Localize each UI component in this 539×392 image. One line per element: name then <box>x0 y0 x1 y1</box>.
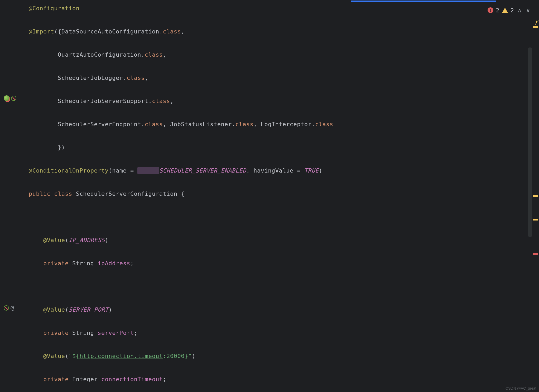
kw: private <box>43 260 69 267</box>
kw: private <box>43 330 69 336</box>
kw: class <box>145 51 163 58</box>
type: String <box>72 330 94 336</box>
kw: class <box>152 98 170 104</box>
gutter-bean-icons[interactable] <box>4 95 22 101</box>
string: "${ <box>69 353 79 359</box>
annotation: @Value <box>43 237 65 243</box>
gutter[interactable]: @ <box>0 0 25 392</box>
classname: SchedulerServerConfiguration { <box>76 190 185 197</box>
annotation: @Value <box>43 306 65 313</box>
error-stripe[interactable] <box>534 0 539 392</box>
code-text: }) <box>58 144 65 151</box>
warning-marker[interactable] <box>533 26 538 28</box>
field: serverPort <box>98 330 134 336</box>
code-text: SchedulerServerEndpoint. <box>58 121 145 128</box>
nav-to-bean-icon[interactable] <box>11 96 16 101</box>
code-text: , LogInterceptor. <box>253 121 315 128</box>
kw: private <box>43 376 69 383</box>
type: Integer <box>72 376 98 383</box>
constant: SERVER_PORT <box>69 306 108 313</box>
constant: SCHEDULER_SERVER_ENABLED <box>159 167 246 174</box>
kw: class <box>145 121 163 128</box>
redacted-text: xxxxxx <box>137 167 159 174</box>
annotation: @Import <box>29 28 54 35</box>
kw: class <box>315 121 333 128</box>
kw: class <box>127 75 145 81</box>
kw: class <box>235 121 254 128</box>
truncated-indicator: r <box>534 18 538 27</box>
p: ) <box>192 353 196 359</box>
p: , <box>145 75 148 81</box>
code-text: QuartzAutoConfiguration. <box>58 51 145 58</box>
p: ) <box>105 237 109 243</box>
p: ; <box>130 260 134 267</box>
gutter-autowire-icons[interactable]: @ <box>4 305 22 311</box>
code-text: SchedulerJobLogger. <box>58 75 127 81</box>
code-block[interactable]: @Configuration @Import({DataSourceAutoCo… <box>25 3 539 392</box>
p: , <box>181 28 185 35</box>
p: ; <box>163 376 167 383</box>
p: ) <box>108 306 112 313</box>
p: ) <box>319 167 323 174</box>
kw: class <box>163 28 181 35</box>
p: , <box>163 51 167 58</box>
error-count: 2 <box>496 7 499 14</box>
code-text: ({DataSourceAutoConfiguration. <box>54 28 163 35</box>
p: , <box>170 98 174 104</box>
field: ipAddress <box>98 260 130 267</box>
p: ( <box>65 353 69 359</box>
p: , havingValue = <box>246 167 304 174</box>
p: ; <box>134 330 138 336</box>
p: (name = <box>108 167 137 174</box>
type: String <box>72 260 94 267</box>
field: connectionTimeout <box>101 376 163 383</box>
prev-highlight-button[interactable]: ∧ <box>517 7 522 14</box>
warning-icon[interactable] <box>502 8 508 13</box>
code-area[interactable]: @Configuration @Import({DataSourceAutoCo… <box>25 0 539 392</box>
kw: class <box>54 190 72 197</box>
warning-count: 2 <box>511 7 514 14</box>
annotation: @Value <box>43 353 65 359</box>
p: ( <box>65 237 69 243</box>
property-key[interactable]: http.connection.timeout <box>79 353 163 359</box>
next-highlight-button[interactable]: ∨ <box>525 7 531 14</box>
annotation: @ConditionalOnProperty <box>29 167 108 174</box>
kw: public <box>29 190 50 197</box>
string: :20000}" <box>163 353 192 359</box>
spring-bean-icon[interactable] <box>4 95 9 101</box>
warning-marker[interactable] <box>533 195 538 197</box>
annotation: @Configuration <box>29 5 79 12</box>
p: ( <box>65 306 69 313</box>
vertical-scrollbar[interactable] <box>528 47 532 237</box>
code-text: SchedulerJobServerSupport. <box>58 98 152 104</box>
constant: TRUE <box>304 167 319 174</box>
error-icon[interactable]: ! <box>488 7 493 13</box>
at-icon[interactable]: @ <box>11 305 14 311</box>
watermark: CSDN @AC_great <box>506 386 536 390</box>
error-marker[interactable] <box>533 253 538 255</box>
code-text: , JobStatusListener. <box>163 121 235 128</box>
inspection-widget[interactable]: ! 2 2 ∧ ∨ <box>488 7 531 14</box>
editor-root: @ @Configuration @Import({DataSourceAuto… <box>0 0 539 392</box>
constant: IP_ADDRESS <box>69 237 105 243</box>
nav-to-autowired-icon[interactable] <box>4 305 9 311</box>
warning-marker[interactable] <box>533 219 538 220</box>
